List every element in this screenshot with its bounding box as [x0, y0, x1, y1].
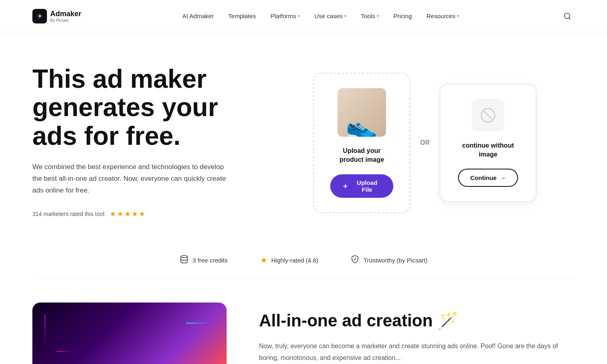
trust-bar: 3 free credits ★ Highly-rated (4.8) Trus…	[0, 243, 607, 278]
nav-tools[interactable]: Tools ▾	[361, 13, 379, 19]
all-in-one-section: 👟 All-in-one ad creation 🪄 Now, truly, e…	[0, 278, 607, 364]
svg-line-1	[569, 17, 571, 19]
trustworthy-label: Trustworthy (by Picsart)	[363, 257, 427, 264]
rating-text: 314 marketers rated this tool:	[32, 211, 106, 217]
hero-section: This ad maker generates your ads for fre…	[0, 32, 607, 243]
or-divider: OR	[420, 139, 430, 146]
trust-highly-rated: ★ Highly-rated (4.8)	[260, 255, 318, 265]
continue-card-label: continue without image	[456, 141, 520, 159]
section2-image: 👟	[32, 303, 227, 364]
continue-button[interactable]: Continue →	[458, 169, 518, 187]
shield-check-icon	[350, 255, 359, 266]
free-credits-label: 3 free credits	[193, 257, 228, 264]
star-icon: ★	[260, 255, 267, 265]
product-image-preview: 👟	[337, 88, 386, 137]
upload-file-button[interactable]: ＋ Upload File	[330, 174, 393, 198]
nav-templates[interactable]: Templates	[228, 13, 256, 19]
upload-card-label: Upload your product image	[330, 146, 393, 165]
brand-name: Admaker	[50, 10, 81, 18]
logo[interactable]: ✦ Admaker By Picsart	[32, 9, 81, 23]
plus-icon: ＋	[342, 181, 349, 191]
brand-sub: By Picsart	[50, 18, 81, 23]
shoe-image: 👟	[346, 114, 378, 137]
hero-description: We combined the best experience and tech…	[32, 161, 227, 197]
nav-ai-admaker[interactable]: AI Admaker	[183, 13, 214, 19]
section2-right: All-in-one ad creation 🪄 Now, truly, eve…	[259, 303, 575, 364]
chevron-down-icon: ▾	[377, 14, 379, 18]
section2-desc1: Now, truly, everyone can become a market…	[259, 341, 575, 364]
upload-card: 👟 Upload your product image ＋ Upload Fil…	[313, 73, 410, 213]
nav-platforms[interactable]: Platforms ▾	[270, 13, 299, 19]
highly-rated-label: Highly-rated (4.8)	[272, 257, 318, 264]
hero-right: 👟 Upload your product image ＋ Upload Fil…	[275, 65, 575, 213]
logo-icon: ✦	[32, 9, 47, 23]
trust-free-credits: 3 free credits	[180, 255, 228, 266]
arrow-right-icon: →	[500, 174, 506, 181]
nav-use-cases[interactable]: Use cases ▾	[314, 13, 346, 19]
star-rating: ★★★★★	[110, 210, 146, 218]
chevron-down-icon: ▾	[298, 14, 300, 18]
nav-resources[interactable]: Resources ▾	[427, 13, 459, 19]
hero-left: This ad maker generates your ads for fre…	[32, 65, 251, 218]
navigation: ✦ Admaker By Picsart AI Admaker Template…	[0, 0, 607, 32]
coins-icon	[180, 255, 189, 266]
search-button[interactable]	[560, 9, 575, 23]
no-image-icon	[472, 99, 504, 131]
svg-point-4	[181, 256, 188, 258]
nav-links: AI Admaker Templates Platforms ▾ Use cas…	[183, 13, 459, 19]
hero-rating: 314 marketers rated this tool: ★★★★★	[32, 210, 251, 218]
nav-pricing[interactable]: Pricing	[393, 13, 412, 19]
trust-trustworthy: Trustworthy (by Picsart)	[350, 255, 427, 266]
chevron-down-icon: ▾	[457, 14, 459, 18]
continue-card: continue without image Continue →	[439, 84, 537, 203]
chevron-down-icon: ▾	[344, 14, 346, 18]
section2-title: All-in-one ad creation 🪄	[259, 311, 575, 331]
svg-line-3	[483, 110, 493, 120]
hero-title: This ad maker generates your ads for fre…	[32, 65, 251, 150]
